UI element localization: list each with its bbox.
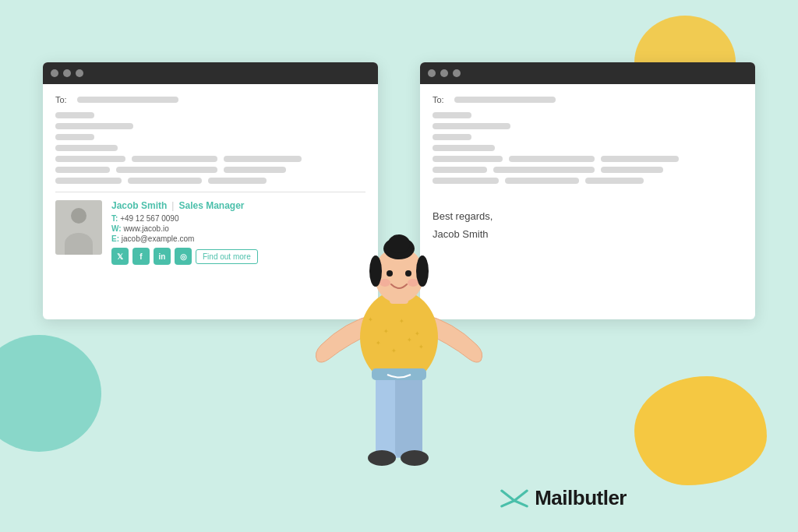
- svg-point-23: [401, 450, 429, 466]
- titlebar-left: [43, 62, 378, 84]
- svg-text:✦: ✦: [383, 328, 389, 335]
- blob-yellow-decoration: [634, 376, 767, 485]
- svg-point-22: [368, 450, 396, 466]
- mailbutler-logo: Mailbutler: [500, 486, 627, 510]
- svg-text:✦: ✦: [376, 340, 381, 347]
- titlebar-dot-r3: [453, 69, 461, 77]
- line-2: [55, 123, 365, 129]
- find-out-more-button[interactable]: Find out more: [196, 249, 258, 264]
- titlebar-dot-r1: [428, 69, 436, 77]
- sig-divider: |: [171, 200, 174, 211]
- svg-point-12: [388, 234, 410, 253]
- sig-name: Jacob Smith: [111, 200, 167, 211]
- facebook-icon[interactable]: f: [132, 248, 150, 265]
- svg-text:✦: ✦: [399, 318, 404, 325]
- to-row: To:: [55, 95, 365, 104]
- r-line-2: [433, 123, 743, 129]
- titlebar-dot-r2: [440, 69, 448, 77]
- to-value-line-right: [454, 97, 556, 103]
- svg-text:✦: ✦: [418, 344, 424, 351]
- r-line-3: [433, 134, 743, 140]
- svg-text:✦: ✦: [407, 336, 412, 344]
- linkedin-icon[interactable]: in: [154, 248, 171, 265]
- line-3: [55, 134, 365, 140]
- to-label: To:: [55, 95, 71, 104]
- mailbutler-name: Mailbutler: [535, 486, 627, 510]
- r-line-1: [433, 112, 743, 118]
- to-label-right: To:: [433, 95, 448, 104]
- titlebar-dot-3: [76, 69, 83, 77]
- character-illustration: ✦ ✦ ✦ ✦ ✦ ✦ ✦ ✦: [298, 143, 500, 470]
- svg-rect-21: [372, 368, 426, 380]
- svg-point-18: [408, 279, 418, 287]
- svg-text:✦: ✦: [391, 347, 397, 354]
- svg-text:✦: ✦: [368, 316, 373, 323]
- line-1: [55, 112, 365, 118]
- svg-point-17: [380, 279, 390, 287]
- blob-teal-decoration: [0, 335, 101, 452]
- to-value-line: [77, 97, 178, 103]
- titlebar-dot-1: [51, 69, 58, 77]
- titlebar-right: [420, 62, 755, 84]
- mailbutler-icon: [500, 488, 528, 509]
- svg-rect-20: [395, 372, 422, 458]
- twitter-icon[interactable]: 𝕏: [111, 248, 129, 265]
- svg-point-16: [405, 270, 411, 277]
- titlebar-dot-2: [63, 69, 71, 77]
- avatar: [55, 200, 102, 255]
- instagram-icon[interactable]: ◎: [175, 248, 192, 265]
- svg-text:✦: ✦: [415, 330, 420, 337]
- svg-point-15: [387, 270, 393, 277]
- sig-title: Sales Manager: [178, 200, 244, 211]
- to-row-right: To:: [433, 95, 743, 104]
